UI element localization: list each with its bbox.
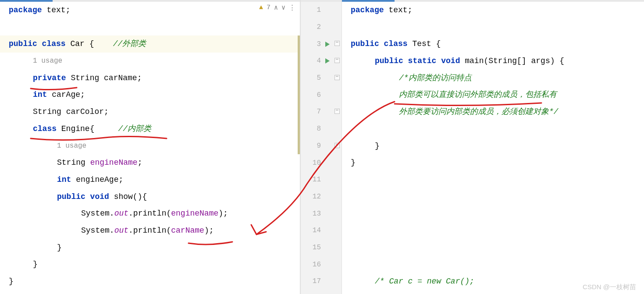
- code-line[interactable]: package text;: [0, 2, 300, 19]
- code-line[interactable]: 1 usage: [0, 138, 300, 155]
- line-number: 12: [309, 193, 321, 201]
- code-line[interactable]: }: [0, 273, 300, 290]
- code-line[interactable]: [342, 19, 644, 36]
- gutter-row[interactable]: 13: [301, 205, 342, 222]
- warning-count: 7: [267, 4, 270, 11]
- code-token: 1 usage: [33, 53, 62, 70]
- code-token: public static void: [375, 53, 465, 70]
- code-token: //内部类: [118, 120, 151, 138]
- gutter-row[interactable]: 7: [301, 103, 342, 120]
- code-line[interactable]: String engineName;: [0, 154, 300, 171]
- code-line[interactable]: int carAge;: [0, 86, 300, 103]
- code-line[interactable]: class Engine{ //内部类: [0, 120, 300, 138]
- warning-icon: ▲: [259, 4, 263, 11]
- gutter-row[interactable]: 5: [301, 70, 342, 87]
- gutter-row[interactable]: 12: [301, 188, 342, 205]
- code-line[interactable]: [342, 222, 644, 239]
- diff-marker: [298, 138, 300, 155]
- code-token: int: [33, 86, 52, 103]
- gutter-row[interactable]: 9: [301, 138, 342, 155]
- gutter-row[interactable]: 3: [301, 35, 342, 53]
- gutter-row[interactable]: 17: [301, 273, 342, 290]
- code-area-left[interactable]: package text;public class Car { //外部类1 u…: [0, 2, 300, 290]
- code-token: public void: [57, 188, 114, 205]
- code-token: }: [375, 138, 380, 155]
- code-token: System.: [81, 222, 114, 239]
- fold-icon[interactable]: [334, 58, 340, 63]
- code-line[interactable]: private String carName;: [0, 70, 300, 87]
- code-line[interactable]: }: [0, 256, 300, 273]
- line-number: 1: [309, 6, 321, 14]
- code-token: 1 usage: [57, 138, 86, 155]
- fold-icon[interactable]: [334, 75, 340, 80]
- code-token: }: [57, 239, 62, 256]
- code-token: private: [33, 70, 71, 87]
- code-line[interactable]: package text;: [342, 2, 644, 19]
- gutter-row[interactable]: 6: [301, 86, 342, 103]
- line-number: 8: [309, 125, 321, 133]
- code-line[interactable]: int engineAge;: [0, 171, 300, 188]
- line-number: 6: [309, 91, 321, 99]
- line-number: 10: [309, 159, 321, 167]
- code-line[interactable]: 内部类可以直接访问外部类的成员，包括私有: [342, 86, 644, 103]
- code-line[interactable]: public class Test {: [342, 35, 644, 53]
- code-token: .println(: [128, 222, 171, 239]
- code-token: /*内部类的访问特点: [399, 70, 472, 87]
- code-token: }: [351, 154, 356, 171]
- inspection-badge[interactable]: ▲ 7 ∧ ∨ ⋮: [259, 4, 295, 12]
- code-line[interactable]: 1 usage: [0, 53, 300, 70]
- code-token: engineName: [90, 154, 138, 171]
- gutter-row[interactable]: 4: [301, 53, 342, 70]
- code-token: {: [89, 35, 113, 53]
- code-line[interactable]: System.out.println(carName);: [0, 222, 300, 239]
- line-number: 7: [309, 108, 321, 116]
- code-line[interactable]: [342, 239, 644, 256]
- code-line[interactable]: [0, 19, 300, 36]
- gutter-row[interactable]: 16: [301, 256, 342, 273]
- gutter-row[interactable]: 11: [301, 171, 342, 188]
- code-line[interactable]: 外部类要访问内部类的成员，必须创建对象*/: [342, 103, 644, 120]
- nav-down-icon[interactable]: ∨: [281, 4, 285, 12]
- run-icon[interactable]: [325, 42, 330, 47]
- code-token: }: [9, 273, 14, 290]
- code-token: text;: [388, 2, 412, 19]
- gutter-row[interactable]: 15: [301, 239, 342, 256]
- run-icon[interactable]: [325, 58, 330, 64]
- gutter-row[interactable]: 10: [301, 154, 342, 171]
- code-line[interactable]: [342, 256, 644, 273]
- code-token: text;: [46, 2, 70, 19]
- code-token: carColor;: [66, 103, 109, 120]
- code-token: {: [90, 120, 118, 138]
- code-line[interactable]: System.out.println(engineName);: [0, 205, 300, 222]
- code-line[interactable]: [342, 171, 644, 188]
- code-token: //外部类: [113, 35, 146, 53]
- code-token: show: [114, 188, 133, 205]
- code-line[interactable]: [342, 205, 644, 222]
- code-line[interactable]: /*内部类的访问特点: [342, 70, 644, 87]
- code-line[interactable]: public class Car { //外部类: [0, 35, 300, 53]
- more-icon[interactable]: ⋮: [289, 4, 295, 12]
- code-area-right[interactable]: package text;public class Test {public s…: [342, 2, 644, 290]
- code-line[interactable]: [342, 120, 644, 138]
- gutter-row[interactable]: 2: [301, 19, 342, 36]
- gutter-row[interactable]: 1: [301, 2, 342, 19]
- gutter-row[interactable]: 8: [301, 120, 342, 138]
- diff-marker: [298, 70, 300, 87]
- code-line[interactable]: }: [342, 154, 644, 171]
- code-line[interactable]: }: [342, 138, 644, 155]
- code-line[interactable]: public static void main(String[] args) {: [342, 53, 644, 70]
- fold-icon[interactable]: [334, 41, 340, 46]
- code-token: System.: [81, 205, 114, 222]
- editor-pane-right: package text;public class Test {public s…: [342, 0, 644, 294]
- code-line[interactable]: }: [0, 239, 300, 256]
- code-token: Test {: [412, 35, 441, 53]
- fold-icon[interactable]: [334, 143, 340, 148]
- diff-marker: [298, 35, 300, 53]
- code-line[interactable]: String carColor;: [0, 103, 300, 120]
- gutter-row[interactable]: 14: [301, 222, 342, 239]
- nav-up-icon[interactable]: ∧: [274, 4, 278, 12]
- fold-icon[interactable]: [334, 109, 340, 114]
- code-line[interactable]: [342, 188, 644, 205]
- code-token: /* Car c = new Car();: [375, 273, 474, 290]
- code-line[interactable]: public void show(){: [0, 188, 300, 205]
